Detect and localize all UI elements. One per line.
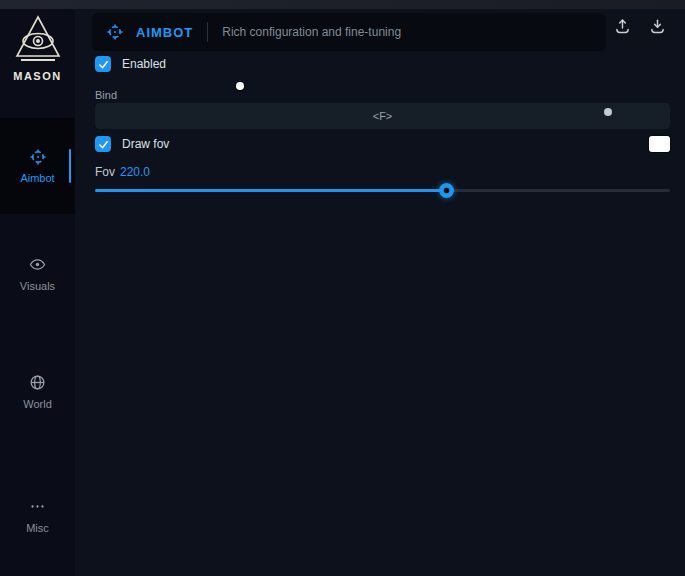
draw-fov-checkbox[interactable] xyxy=(95,136,111,152)
ellipsis-icon xyxy=(29,498,47,516)
fov-slider-thumb[interactable] xyxy=(439,183,454,198)
fov-slider-fill xyxy=(95,189,446,192)
sidebar-item-world[interactable]: World xyxy=(0,374,75,418)
mouse-cursor-dot xyxy=(236,82,244,90)
sidebar-item-label: Aimbot xyxy=(20,172,54,184)
download-icon xyxy=(649,18,666,39)
enabled-checkbox[interactable] xyxy=(95,56,111,72)
pyramid-eye-logo-icon xyxy=(0,14,75,66)
crosshair-icon xyxy=(29,148,47,166)
sidebar-item-aimbot[interactable]: Aimbot xyxy=(0,118,75,214)
sidebar-item-misc[interactable]: Misc xyxy=(0,498,75,542)
sidebar-item-label: Misc xyxy=(26,522,49,534)
download-config-button[interactable] xyxy=(644,15,670,41)
draw-fov-label: Draw fov xyxy=(122,137,169,151)
fov-slider[interactable] xyxy=(95,182,670,198)
logo: MASON xyxy=(0,14,75,82)
fov-value: 220.0 xyxy=(120,165,150,179)
upload-config-button[interactable] xyxy=(609,15,635,41)
fov-label-row: Fov220.0 xyxy=(95,165,150,179)
main-panel: AIMBOT Rich configuration and fine-tunin… xyxy=(75,9,685,576)
enabled-row: Enabled xyxy=(95,56,670,72)
upload-icon xyxy=(614,18,631,39)
draw-fov-row: Draw fov xyxy=(95,136,670,152)
crosshair-icon xyxy=(106,23,124,41)
sidebar-item-label: Visuals xyxy=(20,280,55,292)
divider xyxy=(207,22,208,42)
active-indicator-bar xyxy=(69,149,71,183)
page-title: AIMBOT xyxy=(136,25,193,40)
draw-fov-color-swatch[interactable] xyxy=(649,136,670,152)
sidebar-item-visuals[interactable]: Visuals xyxy=(0,256,75,300)
sidebar-item-label: World xyxy=(23,398,52,410)
sidebar: MASON Aimbot Visuals xyxy=(0,9,75,576)
bind-input[interactable]: <F> xyxy=(95,103,670,129)
header-bar: AIMBOT Rich configuration and fine-tunin… xyxy=(92,13,606,51)
enabled-label: Enabled xyxy=(122,57,166,71)
eye-icon xyxy=(29,256,47,274)
bind-input-dot xyxy=(604,108,612,116)
bind-value: <F> xyxy=(373,110,393,122)
logo-text: MASON xyxy=(0,70,75,82)
page-subtitle: Rich configuration and fine-tuning xyxy=(222,25,401,39)
fov-label: Fov xyxy=(95,165,115,179)
window-top-strip xyxy=(0,0,685,9)
mason-menu-window: MASON Aimbot Visuals xyxy=(0,0,685,576)
bind-label: Bind xyxy=(95,89,117,101)
globe-icon xyxy=(29,374,47,392)
